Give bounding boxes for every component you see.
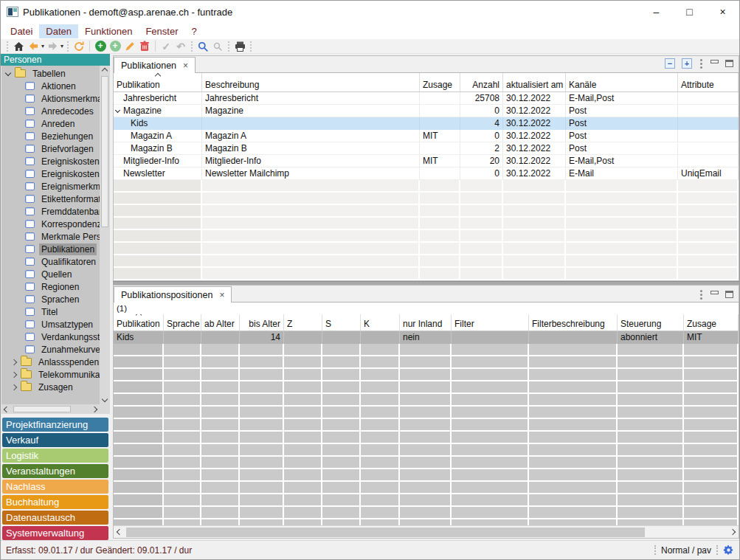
collapse-all-icon[interactable]: − [665,58,675,69]
panel-minimize-icon[interactable] [710,60,719,63]
tree-item[interactable]: Sprachen [1,293,100,305]
column-header[interactable]: Publikation [114,73,202,91]
delete-button[interactable] [137,40,152,53]
forward-history-caret-icon[interactable]: ▾ [60,43,63,49]
tree-item[interactable]: Telekommunikati [1,368,100,381]
back-history-caret-icon[interactable]: ▾ [41,43,44,49]
tree-item[interactable]: Tabellen [1,67,100,80]
module-button[interactable]: Datenaustausch [2,511,108,525]
tree-item[interactable]: Fremddatenbank [1,205,100,218]
column-header[interactable]: Filterbeschreibung [529,314,618,331]
expand-all-icon[interactable]: + [682,58,692,69]
tab-close-icon[interactable]: × [219,290,224,300]
add-child-button[interactable]: + [108,40,122,53]
search-secondary-button[interactable] [210,40,225,53]
tree-expander-icon[interactable] [5,69,11,75]
tree-item[interactable]: Anreden [1,117,100,130]
menu-item[interactable]: Funktionen [78,24,139,38]
tree-item[interactable]: Ereigniskosten-E [1,155,100,167]
tree-item[interactable]: Umsatztypen [1,318,100,331]
module-button[interactable]: Projektfinanzierung [2,418,108,432]
panel-menu-icon[interactable] [700,63,702,65]
column-header[interactable]: Attribute [678,73,739,91]
menu-item[interactable]: Daten [39,24,78,38]
column-header[interactable]: Zusage [684,314,739,331]
column-header[interactable]: Zusage [420,73,460,91]
scrollbar-track[interactable] [125,526,727,538]
column-header[interactable]: S [322,314,361,331]
menu-item[interactable]: Fenster [139,24,184,38]
table-row[interactable]: Magazin A Magazin A MIT 0 30.12.2022 Pos… [114,130,739,142]
column-header[interactable]: Kanäle [566,73,678,91]
scroll-up-icon[interactable] [102,68,108,74]
column-header[interactable]: ab Alter [201,314,240,331]
scroll-right-icon[interactable] [91,406,97,412]
undo-button[interactable]: ↶ [173,40,188,53]
tree-item[interactable]: Zusagen [1,381,100,393]
column-header[interactable]: K [361,314,400,331]
window-maximize-button[interactable]: □ [673,6,706,18]
tree-item[interactable]: Regionen [1,280,100,293]
tree-horizontal-scrollbar[interactable] [1,404,100,414]
tree-item[interactable]: Verdankungsstey [1,331,100,343]
tree-item[interactable]: Anlassspenden [1,356,100,368]
forward-button[interactable] [45,40,60,53]
panel-maximize-icon[interactable] [725,291,733,298]
horizontal-scrollbar[interactable] [114,525,739,538]
column-header[interactable]: nur Inland [400,314,452,331]
scrollbar-thumb[interactable] [126,528,645,537]
module-button[interactable]: Buchhaltung [2,495,108,509]
module-button[interactable]: Systemverwaltung [2,526,108,540]
tree-item[interactable]: Beziehungen [1,130,100,142]
tree-item[interactable]: Ereigniskosten-S [1,167,100,180]
scroll-left-icon[interactable] [4,406,10,412]
scrollbar-thumb[interactable] [101,76,108,227]
table-row[interactable]: Kids 4 30.12.2022 Post [114,117,739,130]
tab-publikationen[interactable]: Publikationen × [114,57,196,73]
scrollbar-thumb[interactable] [13,406,71,412]
row-expander-icon[interactable] [115,108,120,113]
table-row[interactable]: Magazine Magazine 0 30.12.2022 Post [114,105,739,117]
column-header[interactable]: Publikation [114,314,164,331]
home-button[interactable] [11,40,26,53]
column-header[interactable]: aktualisiert am [503,73,566,91]
table-row[interactable]: Mitglieder-Info Mitglieder-Info MIT 20 3… [114,155,739,167]
edit-button[interactable] [122,40,137,53]
scroll-right-icon[interactable] [730,529,736,535]
tree-expander-icon[interactable] [11,371,17,377]
tree-expander-icon[interactable] [11,384,17,390]
panel-menu-icon[interactable] [700,294,702,296]
tree-item[interactable]: Etikettenformate [1,193,100,205]
column-header[interactable]: Sprache [164,314,201,331]
panel-maximize-icon[interactable] [725,60,733,67]
column-header[interactable]: Z [284,314,322,331]
search-button[interactable] [196,40,210,53]
column-header[interactable]: Steuerung [618,314,684,331]
menu-item[interactable]: ? [184,24,203,38]
table-row[interactable]: Magazin B Magazin B 2 30.12.2022 Post [114,142,739,155]
window-close-button[interactable]: × [706,6,739,18]
refresh-button[interactable] [72,40,86,53]
tab-publikationspositionen[interactable]: Publikationspositionen × [114,286,232,303]
tree-item[interactable]: Quellen [1,268,100,280]
tree-item[interactable]: Merkmale Person [1,230,100,243]
table-row[interactable]: Jahresbericht Jahresbericht 25708 30.12.… [114,92,739,105]
table-row[interactable]: Kids 14 nein abonniert MIT [114,331,739,344]
add-button[interactable]: + [93,40,108,53]
column-header[interactable]: Filter [452,314,529,331]
window-minimize-button[interactable]: – [640,6,673,18]
tree-item[interactable]: Publikationen [1,243,100,255]
tree-item[interactable]: Zunahmekurven [1,343,100,356]
menu-item[interactable]: Datei [4,24,39,38]
column-header[interactable]: bis Alter [240,314,284,331]
tab-close-icon[interactable]: × [183,61,188,71]
column-header[interactable]: Beschreibung [202,73,420,91]
tree-item[interactable]: Briefvorlagen [1,142,100,155]
scroll-down-icon[interactable] [102,396,108,402]
print-button[interactable] [232,40,247,53]
tree-item[interactable]: Qualifikatoren [1,255,100,268]
panel-minimize-icon[interactable] [710,291,719,294]
table-row[interactable]: Newsletter Newsletter Mailchimp 0 30.12.… [114,167,739,180]
tree-item[interactable]: Aktionen [1,80,100,92]
tree-item[interactable]: Aktionsmerkmale [1,92,100,105]
